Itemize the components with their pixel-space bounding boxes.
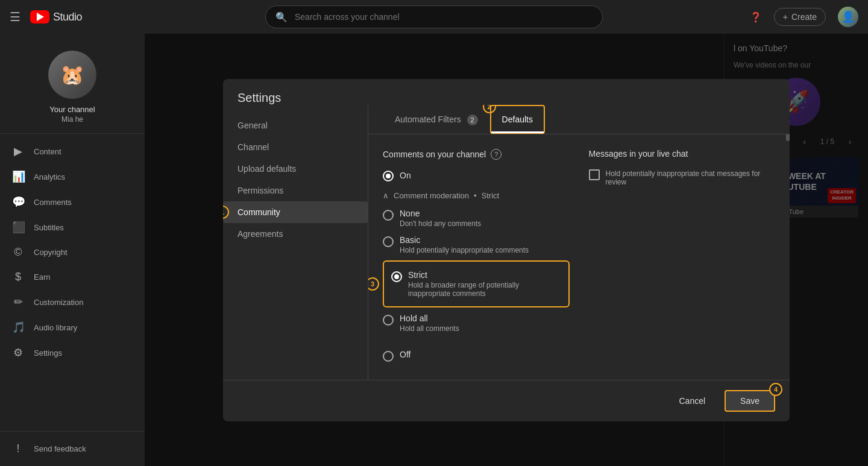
copyright-icon: © — [12, 246, 24, 259]
tab-automated-filters-badge: 2 — [467, 115, 478, 125]
modal-nav-community[interactable]: 1 Community — [223, 201, 368, 223]
off-radio-circle — [383, 351, 394, 362]
cancel-button[interactable]: Cancel — [667, 390, 717, 412]
basic-option-text: Basic Hold potentially inappropriate com… — [400, 235, 529, 254]
sidebar-item-earn[interactable]: $ Earn — [0, 265, 145, 289]
modal-overlay: Settings General Channel Upload defaults… — [145, 34, 868, 466]
sidebar-item-audio-library[interactable]: 🎵 Audio library — [0, 315, 145, 340]
modal-body: General Channel Upload defaults Permissi… — [223, 105, 790, 380]
nav-right: ❓ + Create 👤 — [750, 7, 858, 27]
comments-section-title: Comments on your channel ? — [383, 149, 570, 160]
sidebar-item-customization[interactable]: ✏ Customization — [0, 289, 145, 315]
annotation-3: 3 — [368, 277, 379, 291]
moderation-basic-option[interactable]: Basic Hold potentially inappropriate com… — [383, 231, 570, 258]
two-column-layout: Comments on your channel ? On — [383, 149, 775, 365]
earn-icon: $ — [12, 271, 24, 283]
search-icon: 🔍 — [275, 11, 288, 23]
modal-title: Settings — [223, 79, 790, 105]
comments-help-icon[interactable]: ? — [491, 149, 502, 160]
moderation-header: ∧ Comment moderation • Strict — [383, 191, 570, 200]
comments-off-option[interactable]: Off — [383, 346, 570, 365]
channel-avatar[interactable]: 🐹 — [48, 51, 96, 99]
help-icon[interactable]: ❓ — [750, 11, 762, 23]
on-radio-option[interactable]: On — [383, 169, 570, 181]
audio-library-label: Audio library — [34, 323, 77, 332]
none-option-text: None Don't hold any comments — [400, 209, 481, 228]
sidebar: 🐹 Your channel Mia he ▶ Content 📊 Analyt… — [0, 34, 145, 466]
none-radio-circle — [383, 210, 394, 221]
live-chat-checkbox-label: Hold potentially inappropriate chat mess… — [606, 169, 776, 186]
off-label: Off — [400, 350, 410, 359]
sidebar-item-send-feedback[interactable]: ! Send feedback — [0, 436, 145, 461]
hamburger-icon[interactable]: ☰ — [10, 10, 20, 24]
moderation-dot: • — [474, 191, 477, 200]
settings-modal: Settings General Channel Upload defaults… — [223, 79, 790, 421]
content-label: Content — [34, 147, 61, 156]
strict-sublabel: Hold a broader range of potentially inap… — [408, 281, 561, 298]
analytics-label: Analytics — [34, 172, 65, 181]
strict-radio-circle — [391, 271, 402, 282]
tab-automated-filters[interactable]: Automated Filters 2 2 — [383, 105, 490, 134]
modal-footer: Cancel 4 Save — [223, 380, 790, 421]
none-label: None — [400, 209, 481, 218]
sidebar-item-comments[interactable]: 💬 Comments — [0, 189, 145, 215]
hold-all-radio-circle — [383, 315, 394, 326]
strict-radio-row: Strict Hold a broader range of potential… — [391, 266, 561, 301]
tab-defaults[interactable]: Defaults — [490, 105, 545, 134]
modal-nav-permissions[interactable]: Permissions — [223, 180, 368, 201]
moderation-strict-option[interactable]: 3 Strict Hold a broader range of potenti… — [383, 260, 570, 307]
create-button[interactable]: + Create — [774, 8, 826, 26]
send-feedback-icon: ! — [12, 442, 24, 455]
live-chat-checkbox[interactable]: Hold potentially inappropriate chat mess… — [589, 168, 776, 186]
strict-option-text: Strict Hold a broader range of potential… — [408, 270, 561, 298]
sidebar-item-content[interactable]: ▶ Content — [0, 139, 145, 164]
sidebar-bottom: ! Send feedback — [0, 431, 145, 461]
annotation-4: 4 — [769, 383, 782, 396]
basic-sublabel: Hold potentially inappropriate comments — [400, 246, 529, 254]
save-button[interactable]: Save — [725, 390, 775, 412]
nav-left: ☰ Studio — [10, 10, 82, 24]
chevron-up-icon: ∧ — [383, 191, 389, 200]
live-chat-title: Messages in your live chat — [589, 149, 776, 159]
content-area: ⬆ ((•)) ✏ l on YouTube? We've videos on … — [145, 34, 868, 466]
youtube-studio-logo[interactable]: Studio — [30, 10, 82, 24]
tabs-bar: Automated Filters 2 2 Defaults — [368, 105, 790, 134]
content-icon: ▶ — [12, 145, 24, 158]
modal-nav-channel[interactable]: Channel — [223, 136, 368, 158]
modal-nav-agreements[interactable]: Agreements — [223, 223, 368, 245]
moderation-hold-all-option[interactable]: Hold all Hold all comments — [383, 310, 570, 336]
sidebar-item-subtitles[interactable]: ⬛ Subtitles — [0, 215, 145, 240]
subtitles-icon: ⬛ — [12, 221, 24, 234]
sidebar-item-analytics[interactable]: 📊 Analytics — [0, 164, 145, 189]
avatar[interactable]: 👤 — [838, 7, 858, 27]
copyright-label: Copyright — [34, 248, 68, 257]
modal-nav-upload-defaults[interactable]: Upload defaults — [223, 158, 368, 180]
main-layout: 🐹 Your channel Mia he ▶ Content 📊 Analyt… — [0, 34, 868, 466]
moderation-label: Comment moderation — [394, 191, 469, 200]
sidebar-item-copyright[interactable]: © Copyright — [0, 240, 145, 265]
hold-all-label: Hold all — [400, 313, 459, 323]
search-bar[interactable]: 🔍 — [265, 5, 603, 28]
studio-label: Studio — [53, 11, 82, 24]
sidebar-item-settings[interactable]: ⚙ Settings — [0, 340, 145, 365]
right-column: Messages in your live chat Hold potentia… — [589, 149, 776, 365]
settings-icon: ⚙ — [12, 346, 24, 359]
channel-subtitle: Mia he — [61, 115, 83, 124]
channel-section: 🐹 Your channel Mia he — [0, 39, 145, 134]
search-input[interactable] — [295, 12, 593, 22]
channel-title: Your channel — [49, 105, 95, 114]
annotation-1: 1 — [223, 206, 229, 219]
audio-library-icon: 🎵 — [12, 321, 24, 334]
send-feedback-label: Send feedback — [34, 444, 86, 453]
modal-content-area: Automated Filters 2 2 Defaults — [368, 105, 790, 380]
moderation-none-option[interactable]: None Don't hold any comments — [383, 205, 570, 231]
earn-label: Earn — [34, 272, 50, 282]
live-chat-label: Messages in your live chat — [589, 149, 688, 159]
none-sublabel: Don't hold any comments — [400, 219, 481, 228]
comments-label: Comments — [34, 198, 72, 207]
basic-label: Basic — [400, 235, 529, 245]
subtitles-label: Subtitles — [34, 223, 64, 232]
comments-icon: 💬 — [12, 195, 24, 209]
modal-nav-general[interactable]: General — [223, 115, 368, 136]
settings-label: Settings — [34, 348, 62, 357]
